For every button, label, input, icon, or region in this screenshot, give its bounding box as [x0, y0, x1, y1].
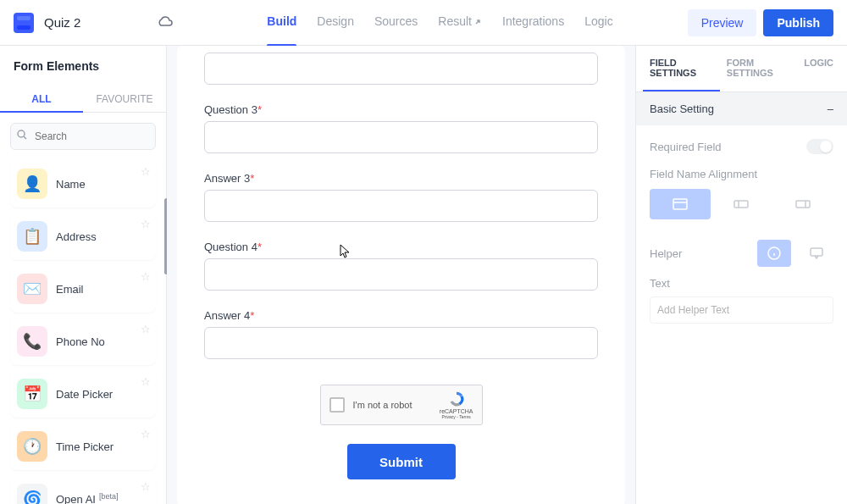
- form-canvas[interactable]: Question 3* Answer 3* Question 4* Answer…: [167, 46, 635, 504]
- required-toggle[interactable]: [806, 139, 833, 154]
- star-icon[interactable]: ☆: [141, 428, 151, 440]
- alignment-group: [650, 189, 833, 219]
- svg-rect-2: [734, 201, 748, 208]
- right-panel: FIELD SETTINGS FORM SETTINGS LOGIC Basic…: [635, 46, 847, 504]
- star-icon[interactable]: ☆: [141, 218, 151, 230]
- header: Quiz 2 Build Design Sources Result Integ…: [0, 0, 847, 46]
- svg-point-0: [18, 130, 25, 137]
- openai-icon: 🌀: [17, 484, 47, 504]
- field-label: Answer 3*: [204, 172, 598, 185]
- form-field: Question 4*: [204, 241, 598, 291]
- basic-setting-header[interactable]: Basic Setting –: [636, 92, 847, 125]
- submit-button[interactable]: Submit: [347, 444, 456, 479]
- element-label: Date Picker: [56, 388, 113, 401]
- nav-logic[interactable]: Logic: [584, 14, 612, 31]
- name-icon: 👤: [17, 169, 47, 199]
- align-left-button[interactable]: [711, 189, 772, 219]
- element-label: Email: [56, 283, 84, 296]
- alignment-label: Field Name Alignment: [650, 168, 833, 180]
- form-field: Answer 3*: [204, 172, 598, 222]
- required-field-label: Required Field: [650, 141, 722, 153]
- sidebar: Form Elements ALL FAVOURITE 👤 Name ☆ 📋 A…: [0, 46, 167, 504]
- sidebar-tabs: ALL FAVOURITE: [0, 86, 166, 113]
- align-top-button[interactable]: [650, 189, 711, 219]
- elements-list[interactable]: 👤 Name ☆ 📋 Address ☆ ✉️ Email ☆ 📞 Phone …: [0, 160, 166, 504]
- required-field-row: Required Field: [650, 139, 833, 154]
- tab-field-settings[interactable]: FIELD SETTINGS: [643, 46, 720, 91]
- element-address[interactable]: 📋 Address ☆: [10, 213, 156, 260]
- form-field: Answer 4*: [204, 309, 598, 359]
- answer-3-input[interactable]: [204, 190, 598, 222]
- element-phone[interactable]: 📞 Phone No ☆: [10, 318, 156, 365]
- time-icon: 🕐: [17, 431, 47, 462]
- phone-icon: 📞: [17, 326, 47, 357]
- header-actions: Preview Publish: [688, 9, 833, 36]
- svg-rect-1: [673, 199, 687, 209]
- field-label: Question 4*: [204, 241, 598, 253]
- element-label: Time Picker: [56, 440, 113, 453]
- element-label: Name: [56, 178, 86, 191]
- helper-label: Helper: [650, 247, 749, 260]
- helper-tooltip-button[interactable]: [800, 240, 833, 267]
- nav-design[interactable]: Design: [317, 14, 354, 31]
- answer-4-input[interactable]: [204, 327, 598, 359]
- star-icon[interactable]: ☆: [141, 323, 151, 335]
- star-icon[interactable]: ☆: [141, 270, 151, 283]
- question-3-input[interactable]: [204, 121, 598, 153]
- question-4-input[interactable]: [204, 258, 598, 291]
- tab-form-settings[interactable]: FORM SETTINGS: [720, 46, 797, 91]
- helper-row: Helper: [650, 240, 833, 267]
- element-email[interactable]: ✉️ Email ☆: [10, 265, 156, 313]
- align-right-button[interactable]: [772, 189, 833, 219]
- recaptcha-checkbox[interactable]: [329, 397, 345, 413]
- form-card: Question 3* Answer 3* Question 4* Answer…: [177, 46, 625, 504]
- page-title: Quiz 2: [44, 15, 80, 30]
- tab-all[interactable]: ALL: [0, 86, 83, 112]
- panel-section: Basic Setting – Required Field Field Nam…: [636, 92, 847, 337]
- search-icon: [17, 130, 27, 142]
- preview-button[interactable]: Preview: [688, 9, 757, 36]
- svg-rect-3: [796, 201, 810, 208]
- element-label: Address: [56, 230, 97, 243]
- element-date-picker[interactable]: 📅 Date Picker ☆: [10, 370, 156, 418]
- cloud-icon[interactable]: [157, 15, 174, 30]
- field-input[interactable]: [204, 53, 598, 85]
- search-input[interactable]: [10, 123, 156, 150]
- panel-tabs: FIELD SETTINGS FORM SETTINGS LOGIC: [636, 46, 847, 92]
- element-label: Phone No: [56, 335, 105, 348]
- main-nav: Build Design Sources Result Integrations…: [267, 14, 612, 31]
- element-time-picker[interactable]: 🕐 Time Picker ☆: [10, 423, 156, 470]
- helper-info-button[interactable]: [757, 240, 791, 267]
- helper-text-input[interactable]: [650, 296, 833, 324]
- star-icon[interactable]: ☆: [141, 375, 151, 388]
- element-open-ai[interactable]: 🌀 Open AI[beta] ☆: [10, 475, 156, 504]
- field-top-visible: [204, 46, 598, 85]
- app-logo: [14, 13, 34, 33]
- publish-button[interactable]: Publish: [763, 9, 833, 36]
- svg-rect-5: [811, 248, 822, 256]
- nav-sources[interactable]: Sources: [374, 14, 418, 31]
- email-icon: ✉️: [17, 274, 47, 304]
- recaptcha-logo: reCAPTCHA Privacy - Terms: [440, 390, 473, 419]
- tab-favourite[interactable]: FAVOURITE: [83, 86, 166, 112]
- field-label: Question 3*: [204, 103, 598, 116]
- text-label: Text: [650, 277, 833, 290]
- element-label: Open AI[beta]: [56, 492, 119, 504]
- nav-integrations[interactable]: Integrations: [502, 14, 564, 31]
- collapse-icon: –: [828, 102, 833, 115]
- element-name[interactable]: 👤 Name ☆: [10, 160, 156, 208]
- sidebar-title: Form Elements: [0, 46, 166, 86]
- address-icon: 📋: [17, 221, 47, 252]
- date-icon: 📅: [17, 379, 47, 409]
- nav-result[interactable]: Result: [438, 14, 482, 31]
- star-icon[interactable]: ☆: [141, 165, 151, 178]
- field-label: Answer 4*: [204, 309, 598, 322]
- form-field: Question 3*: [204, 103, 598, 153]
- nav-build[interactable]: Build: [267, 14, 296, 31]
- recaptcha-widget[interactable]: I'm not a robot reCAPTCHA Privacy - Term…: [320, 385, 483, 425]
- tab-panel-logic[interactable]: LOGIC: [797, 46, 840, 91]
- recaptcha-label: I'm not a robot: [353, 400, 431, 410]
- star-icon[interactable]: ☆: [141, 480, 151, 493]
